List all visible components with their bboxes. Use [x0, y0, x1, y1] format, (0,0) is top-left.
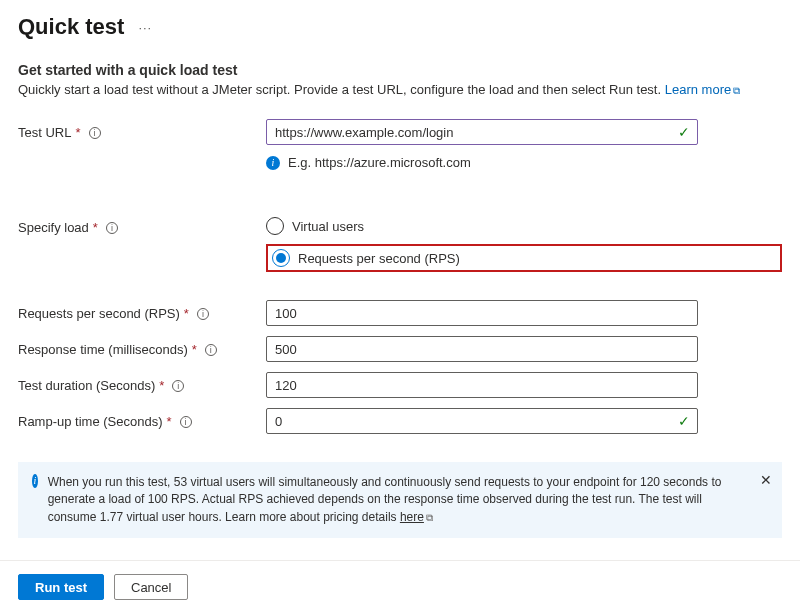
info-filled-icon: i	[32, 474, 38, 488]
external-link-icon: ⧉	[733, 85, 740, 96]
rampup-input[interactable]	[266, 408, 698, 434]
footer-actions: Run test Cancel	[18, 574, 188, 600]
info-icon[interactable]: i	[180, 416, 192, 428]
response-time-label: Response time (milliseconds) * i	[18, 336, 266, 357]
more-actions-icon[interactable]: ···	[138, 20, 152, 35]
rps-input[interactable]	[266, 300, 698, 326]
test-url-input[interactable]	[266, 119, 698, 145]
section-subhead: Get started with a quick load test	[18, 62, 782, 78]
info-icon[interactable]: i	[172, 380, 184, 392]
radio-icon	[266, 217, 284, 235]
page-header: Quick test ···	[18, 14, 782, 40]
required-asterisk: *	[93, 220, 98, 235]
footer-separator	[0, 560, 800, 561]
required-asterisk: *	[159, 378, 164, 393]
response-time-input[interactable]	[266, 336, 698, 362]
page-title: Quick test	[18, 14, 124, 40]
info-icon[interactable]: i	[197, 308, 209, 320]
required-asterisk: *	[184, 306, 189, 321]
test-url-example: i E.g. https://azure.microsoft.com	[266, 155, 782, 170]
required-asterisk: *	[167, 414, 172, 429]
info-filled-icon: i	[266, 156, 280, 170]
required-asterisk: *	[75, 125, 80, 140]
test-url-label: Test URL * i	[18, 119, 266, 140]
required-asterisk: *	[192, 342, 197, 357]
run-test-button[interactable]: Run test	[18, 574, 104, 600]
external-link-icon: ⧉	[426, 512, 433, 523]
rampup-label: Ramp-up time (Seconds) * i	[18, 408, 266, 429]
description-text: Quickly start a load test without a JMet…	[18, 82, 665, 97]
pricing-link[interactable]: here	[400, 510, 424, 524]
radio-label: Requests per second (RPS)	[298, 251, 460, 266]
close-icon[interactable]: ✕	[760, 470, 772, 490]
duration-input[interactable]	[266, 372, 698, 398]
specify-load-label: Specify load * i	[18, 214, 266, 235]
radio-rps[interactable]: Requests per second (RPS)	[272, 249, 460, 267]
radio-icon	[272, 249, 290, 267]
duration-label: Test duration (Seconds) * i	[18, 372, 266, 393]
highlight-box: Requests per second (RPS)	[266, 244, 782, 272]
radio-label: Virtual users	[292, 219, 364, 234]
section-description: Quickly start a load test without a JMet…	[18, 82, 782, 97]
specify-load-radio-group: Virtual users Requests per second (RPS)	[266, 214, 782, 272]
radio-virtual-users[interactable]: Virtual users	[266, 214, 782, 238]
info-icon[interactable]: i	[89, 127, 101, 139]
info-icon[interactable]: i	[106, 222, 118, 234]
info-banner: i When you run this test, 53 virtual use…	[18, 462, 782, 538]
banner-text: When you run this test, 53 virtual users…	[48, 474, 746, 526]
learn-more-link[interactable]: Learn more⧉	[665, 82, 740, 97]
cancel-button[interactable]: Cancel	[114, 574, 188, 600]
info-icon[interactable]: i	[205, 344, 217, 356]
rps-label: Requests per second (RPS) * i	[18, 300, 266, 321]
